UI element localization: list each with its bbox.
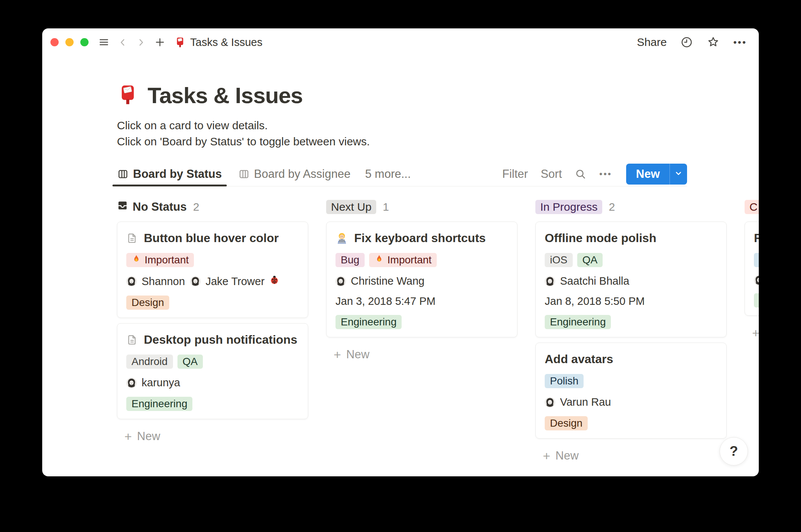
ladybug-icon (269, 275, 279, 288)
card-desktop-push-notifications[interactable]: Desktop push notifications Android QA ka… (117, 323, 308, 419)
tag-engineering: Engineering (126, 397, 192, 411)
avatar (190, 276, 201, 287)
question-mark-icon: ? (730, 443, 738, 459)
technologist-icon (335, 232, 348, 245)
sidebar-toggle-icon[interactable] (98, 37, 109, 48)
tag-polish: Polish (545, 374, 584, 388)
tag-engineering: Engineering (545, 315, 611, 329)
tab-board-by-status[interactable]: Board by Status (112, 162, 227, 186)
breadcrumb[interactable]: Tasks & Issues (174, 36, 262, 49)
assignee-name: Christine Wang (351, 275, 424, 287)
page-postbox-icon[interactable] (117, 84, 139, 107)
tag-engineering: Engineering (335, 315, 402, 329)
column-count: 1 (383, 201, 389, 213)
new-page-icon[interactable] (154, 37, 166, 48)
column-header[interactable]: Next Up 1 (326, 200, 517, 214)
column-count: 2 (609, 201, 615, 213)
due-date: Jan 8, 2018 5:50 PM (545, 295, 717, 307)
tag-qa: QA (177, 355, 203, 369)
avatar (126, 378, 137, 388)
board-column-in-progress: In Progress 2 Offline mode polish iOS QA (535, 200, 727, 463)
chevron-down-icon (674, 169, 683, 179)
card-title: Button blue hover color (144, 231, 279, 245)
board-view-icon (117, 168, 129, 180)
tag-clipped: P (754, 253, 759, 267)
board-view-icon (238, 168, 250, 180)
window-more-icon[interactable]: ••• (733, 37, 747, 48)
card-clipped[interactable]: R P E (745, 222, 759, 316)
card-button-blue-hover-color[interactable]: Button blue hover color Important Shanno… (117, 222, 308, 318)
column-count: 2 (193, 201, 200, 213)
card-title: Desktop push notifications (144, 333, 297, 347)
new-button[interactable]: New (626, 164, 669, 185)
assignee-name: Shannon (142, 275, 185, 288)
tag-android: Android (126, 355, 173, 369)
assignee-name: karunya (142, 377, 180, 389)
fire-icon (374, 254, 384, 266)
new-dropdown-button[interactable] (669, 164, 687, 185)
assignees: Shannon Jake Trower (126, 275, 299, 288)
assignees (754, 275, 759, 285)
description-line[interactable]: Click on 'Board by Status' to toggle bet… (117, 133, 687, 149)
page-title[interactable]: Tasks & Issues (148, 83, 303, 108)
window-controls (50, 38, 89, 46)
plus-icon: + (543, 450, 550, 461)
avatar (754, 275, 759, 285)
assignee-name: Saatchi Bhalla (560, 275, 629, 287)
add-card-button[interactable]: + New (326, 348, 517, 361)
column-header[interactable]: C (745, 200, 759, 214)
tag-design: Design (126, 296, 169, 310)
sort-button[interactable]: Sort (541, 167, 562, 181)
column-header[interactable]: In Progress 2 (535, 200, 727, 214)
minimize-window-button[interactable] (65, 38, 74, 46)
card-title: Fix keyboard shortcuts (354, 231, 486, 245)
assignees: Varun Rau (545, 396, 717, 408)
tag-design: Design (545, 416, 588, 430)
card-fix-keyboard-shortcuts[interactable]: Fix keyboard shortcuts Bug Important Chr… (326, 222, 517, 337)
card-title: R (754, 231, 759, 245)
assignees: Christine Wang (335, 275, 508, 287)
assignees: Saatchi Bhalla (545, 275, 717, 287)
tab-board-by-assignee[interactable]: Board by Assignee (234, 162, 356, 186)
search-icon[interactable] (575, 168, 587, 180)
help-button[interactable]: ? (720, 437, 748, 466)
filter-button[interactable]: Filter (502, 167, 528, 181)
page-icon (126, 334, 138, 346)
more-views-button[interactable]: 5 more... (365, 167, 411, 181)
description-line[interactable]: Click on a card to view details. (117, 117, 687, 133)
zoom-window-button[interactable] (80, 38, 89, 46)
card-offline-mode-polish[interactable]: Offline mode polish iOS QA Saatchi Bhall… (535, 222, 727, 337)
plus-icon: + (124, 431, 132, 442)
card-title: Add avatars (545, 352, 613, 366)
add-card-button[interactable]: + New (745, 326, 759, 340)
desktop-background: Tasks & Issues Share ••• Tasks & Issues … (0, 0, 801, 532)
plus-icon: + (334, 349, 341, 360)
forward-icon[interactable] (136, 37, 146, 47)
column-header[interactable]: No Status 2 (117, 200, 308, 214)
close-window-button[interactable] (50, 38, 59, 46)
updates-clock-icon[interactable] (680, 36, 693, 49)
assignees: karunya (126, 377, 299, 389)
postbox-icon (174, 37, 186, 48)
add-card-button[interactable]: + New (117, 430, 308, 443)
tag-bug: Bug (335, 253, 365, 267)
fire-icon (132, 254, 141, 266)
board-column-no-status: No Status 2 Button blue hover color Impo… (117, 200, 308, 463)
add-card-button[interactable]: + New (535, 449, 727, 463)
share-button[interactable]: Share (637, 36, 667, 49)
card-add-avatars[interactable]: Add avatars Polish Varun Rau Design (535, 343, 727, 439)
favorite-star-icon[interactable] (706, 35, 720, 49)
tag-ios: iOS (545, 253, 573, 267)
board-column-next-up: Next Up 1 Fix keyboard shortcuts Bug Imp… (326, 200, 517, 463)
titlebar: Tasks & Issues Share ••• (42, 28, 759, 56)
avatar (126, 276, 137, 287)
plus-icon: + (752, 327, 759, 338)
tag-important: Important (126, 253, 194, 267)
column-title-pill: C (745, 200, 759, 214)
board-column-clipped: C R P E (745, 200, 759, 463)
tag-qa: QA (577, 253, 603, 267)
due-date: Jan 3, 2018 5:47 PM (335, 295, 508, 307)
page-icon (126, 232, 138, 244)
view-options-icon[interactable]: ••• (599, 169, 612, 179)
back-icon[interactable] (118, 37, 128, 47)
